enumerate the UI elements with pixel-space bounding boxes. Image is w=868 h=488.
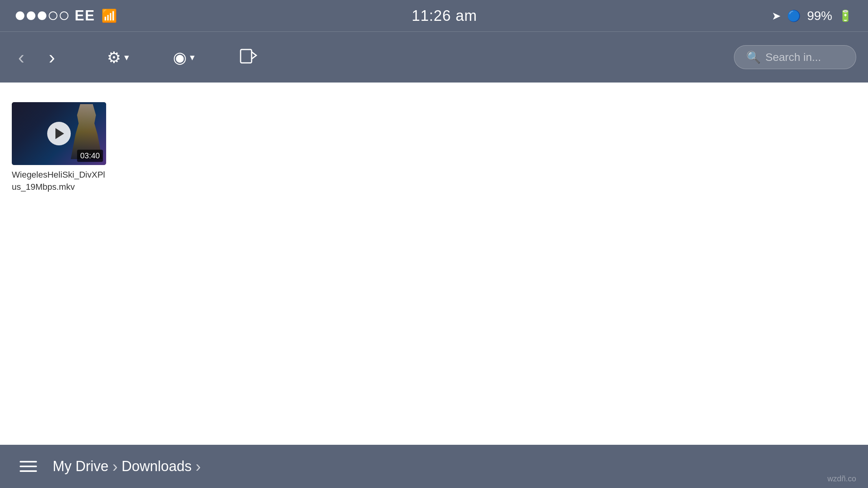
settings-dropdown-icon: ▾ xyxy=(124,52,129,63)
carrier-label: EE xyxy=(75,7,95,24)
forward-button[interactable]: › xyxy=(42,42,61,72)
search-input[interactable] xyxy=(765,51,844,64)
watermark: wzdñ.co xyxy=(828,474,856,483)
play-button[interactable] xyxy=(47,122,71,145)
svg-rect-0 xyxy=(241,50,252,63)
search-icon: 🔍 xyxy=(746,50,761,64)
battery-display: 99% xyxy=(807,9,832,23)
bluetooth-icon: 🔵 xyxy=(787,9,801,22)
forward-arrow-icon: › xyxy=(49,46,55,68)
gear-icon: ⚙ xyxy=(107,48,121,66)
status-bar-left: EE 📶 xyxy=(16,7,117,24)
breadcrumb-chevron-1: › xyxy=(112,458,118,475)
eye-icon: ◉ xyxy=(173,48,187,66)
battery-icon: 🔋 xyxy=(839,9,852,22)
status-bar-right: ➤ 🔵 99% 🔋 xyxy=(772,9,852,23)
toolbar: ‹ › ⚙ ▾ ◉ ▾ 🔍 xyxy=(0,31,868,83)
status-bar: EE 📶 11:26 am ➤ 🔵 99% 🔋 xyxy=(0,0,868,31)
breadcrumb-chevron-2: › xyxy=(195,458,200,475)
search-box[interactable]: 🔍 xyxy=(734,45,856,69)
hamburger-line-2 xyxy=(20,466,37,467)
video-item[interactable]: 03:40 WiegelesHeliSki_DivXPlus_19Mbps.mk… xyxy=(12,102,106,193)
main-content: 03:40 WiegelesHeliSki_DivXPlus_19Mbps.mk… xyxy=(0,83,868,445)
bottom-nav: My Drive › Downloads › wzdñ.co xyxy=(0,445,868,488)
breadcrumb-my-drive[interactable]: My Drive xyxy=(53,458,108,475)
hamburger-line-1 xyxy=(20,461,37,462)
signal-dot-2 xyxy=(27,11,35,20)
video-duration: 03:40 xyxy=(77,150,103,162)
video-thumbnail[interactable]: 03:40 xyxy=(12,102,106,165)
signal-dot-4 xyxy=(49,11,57,20)
back-button[interactable]: ‹ xyxy=(12,42,31,72)
hamburger-menu-button[interactable] xyxy=(12,457,45,476)
wifi-icon: 📶 xyxy=(101,8,117,23)
play-triangle-icon xyxy=(55,128,64,139)
share-button[interactable] xyxy=(232,42,265,73)
time-display: 11:26 am xyxy=(412,7,477,24)
breadcrumb-downloads[interactable]: Downloads xyxy=(121,458,191,475)
video-filename: WiegelesHeliSki_DivXPlus_19Mbps.mkv xyxy=(12,169,106,193)
signal-dot-3 xyxy=(38,11,46,20)
signal-dot-5 xyxy=(60,11,68,20)
settings-button[interactable]: ⚙ ▾ xyxy=(101,44,135,70)
signal-dots xyxy=(16,11,68,20)
view-button[interactable]: ◉ ▾ xyxy=(167,44,201,70)
share-icon xyxy=(239,46,258,69)
view-dropdown-icon: ▾ xyxy=(190,52,195,63)
back-arrow-icon: ‹ xyxy=(18,46,24,68)
hamburger-line-3 xyxy=(20,470,37,472)
signal-dot-1 xyxy=(16,11,24,20)
breadcrumb: My Drive › Downloads › xyxy=(53,458,201,475)
location-icon: ➤ xyxy=(772,9,781,22)
